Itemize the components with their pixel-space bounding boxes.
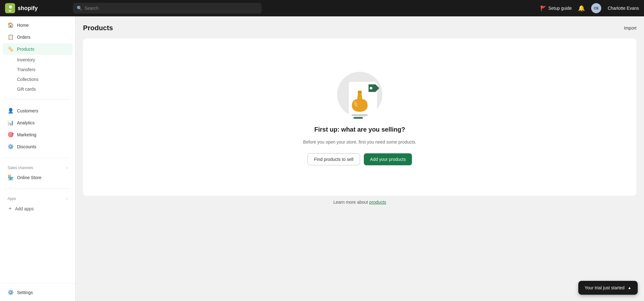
sales-channels-chevron-icon[interactable]: › [66, 166, 68, 170]
search-bar[interactable]: 🔍 [73, 3, 262, 14]
sidebar-discounts-label: Discounts [17, 144, 36, 149]
sidebar-orders-label: Orders [17, 35, 31, 40]
nav-right: 🚩 Setup guide 🔔 CE Charlotte Evans [540, 3, 639, 13]
apps-chevron-icon[interactable]: › [66, 196, 68, 201]
avatar[interactable]: CE [591, 3, 601, 13]
sidebar-item-home[interactable]: 🏠 Home [3, 19, 73, 31]
empty-state-description: Before you open your store, first you ne… [303, 139, 416, 145]
svg-rect-6 [353, 117, 363, 119]
trial-banner-label: Your trial just started [585, 285, 625, 290]
sidebar-item-analytics[interactable]: 📊 Analytics [3, 117, 73, 128]
svg-rect-5 [352, 114, 368, 116]
sales-channels-label: Sales channels › [0, 163, 75, 171]
sidebar-item-settings[interactable]: ⚙️ Settings [3, 287, 73, 298]
svg-point-3 [370, 87, 372, 89]
product-illustration [335, 69, 385, 120]
sidebar-gift-cards-label: Gift cards [17, 87, 36, 92]
sidebar-item-customers[interactable]: 👤 Customers [3, 105, 73, 116]
sidebar-online-store-label: Online Store [17, 175, 42, 180]
search-input[interactable] [85, 6, 258, 11]
sidebar-analytics-label: Analytics [17, 120, 35, 125]
sidebar-inventory-label: Inventory [17, 57, 35, 62]
add-products-button[interactable]: Add your products [364, 153, 412, 165]
page-header: Products Import [83, 24, 636, 32]
empty-state-actions: Find products to sell Add your products [308, 153, 412, 165]
sidebar-products-label: Products [17, 47, 34, 52]
orders-icon: 📋 [8, 34, 13, 40]
sidebar-marketing-label: Marketing [17, 132, 36, 137]
sidebar-divider-2 [5, 158, 70, 158]
sidebar-main-section: 🏠 Home 📋 Orders 🏷️ Products Inventory Tr… [0, 16, 75, 97]
flag-icon: 🚩 [540, 5, 547, 11]
sidebar-item-discounts[interactable]: ⚙️ Discounts [3, 141, 73, 152]
learn-more-products-link[interactable]: products [369, 200, 386, 205]
empty-state-title: First up: what are you selling? [314, 126, 405, 133]
notifications-bell-icon[interactable]: 🔔 [578, 5, 585, 12]
sidebar-divider-3 [5, 189, 70, 189]
sidebar-item-gift-cards[interactable]: Gift cards [3, 84, 73, 94]
sidebar-item-online-store[interactable]: 🏪 Online Store [3, 172, 73, 183]
sidebar-item-inventory[interactable]: Inventory [3, 55, 73, 65]
empty-state-card: First up: what are you selling? Before y… [83, 38, 636, 196]
logo-text: shopify [18, 5, 38, 12]
sidebar-transfers-label: Transfers [17, 67, 36, 72]
top-nav: shopify 🔍 🚩 Setup guide 🔔 CE Charlotte E… [0, 0, 644, 16]
sidebar-footer: ⚙️ Settings [0, 283, 75, 301]
trial-banner[interactable]: Your trial just started ▲ [578, 281, 638, 295]
search-icon: 🔍 [77, 6, 82, 11]
add-apps-label: Add apps [15, 206, 34, 211]
add-apps-plus-icon: ＋ [8, 205, 13, 212]
setup-guide-button[interactable]: 🚩 Setup guide [540, 5, 572, 11]
sales-channels-section: Sales channels › 🏪 Online Store [0, 161, 75, 186]
apps-label: Apps › [0, 194, 75, 202]
online-store-icon: 🏪 [8, 174, 13, 180]
setup-guide-label: Setup guide [548, 6, 572, 11]
sidebar-collections-label: Collections [17, 77, 38, 82]
sidebar-item-orders[interactable]: 📋 Orders [3, 31, 73, 43]
marketing-icon: 🎯 [8, 132, 13, 138]
sidebar-item-products[interactable]: 🏷️ Products [3, 43, 73, 55]
add-apps-button[interactable]: ＋ Add apps [3, 202, 73, 215]
main-layout: 🏠 Home 📋 Orders 🏷️ Products Inventory Tr… [0, 16, 644, 301]
import-button[interactable]: Import [624, 26, 636, 31]
sidebar-more-section: 👤 Customers 📊 Analytics 🎯 Marketing ⚙️ D… [0, 102, 75, 155]
sidebar-divider-1 [5, 99, 70, 99]
page-title: Products [83, 24, 113, 32]
sidebar: 🏠 Home 📋 Orders 🏷️ Products Inventory Tr… [0, 16, 75, 301]
apps-section: Apps › ＋ Add apps [0, 191, 75, 218]
sidebar-settings-label: Settings [17, 290, 33, 295]
sidebar-item-collections[interactable]: Collections [3, 75, 73, 84]
user-name: Charlotte Evans [608, 6, 639, 11]
sidebar-home-label: Home [17, 23, 29, 28]
sidebar-item-transfers[interactable]: Transfers [3, 65, 73, 74]
customers-icon: 👤 [8, 108, 13, 114]
sidebar-customers-label: Customers [17, 108, 38, 113]
main-content: Products Import [75, 16, 644, 301]
products-icon: 🏷️ [8, 46, 13, 52]
find-products-button[interactable]: Find products to sell [308, 153, 360, 165]
sidebar-item-marketing[interactable]: 🎯 Marketing [3, 129, 73, 140]
trial-chevron-icon: ▲ [628, 286, 631, 290]
logo-area: shopify [5, 3, 68, 13]
home-icon: 🏠 [8, 22, 13, 28]
discounts-icon: ⚙️ [8, 144, 13, 150]
learn-more-text: Learn more about products [83, 200, 636, 205]
avatar-initials: CE [594, 6, 599, 10]
settings-icon: ⚙️ [8, 289, 13, 295]
analytics-icon: 📊 [8, 120, 13, 126]
shopify-logo-icon [5, 3, 15, 13]
